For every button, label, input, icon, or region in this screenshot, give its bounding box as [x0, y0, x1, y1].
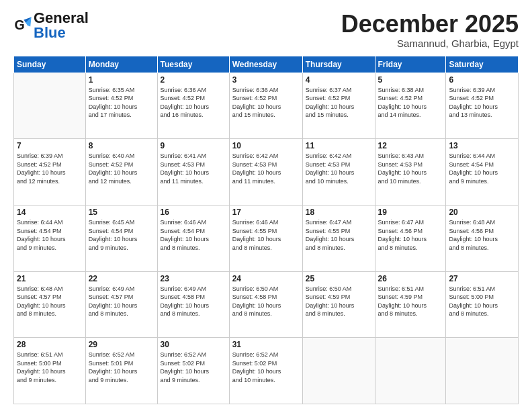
day-number: 31 [232, 340, 300, 349]
calendar-cell: 2Sunrise: 6:36 AM Sunset: 4:52 PM Daylig… [157, 73, 229, 139]
calendar-cell: 7Sunrise: 6:39 AM Sunset: 4:52 PM Daylig… [14, 139, 86, 205]
day-info: Sunrise: 6:51 AM Sunset: 5:00 PM Dayligh… [17, 351, 83, 384]
calendar-header-thursday: Thursday [302, 56, 375, 73]
calendar-week-0: 1Sunrise: 6:35 AM Sunset: 4:52 PM Daylig… [14, 73, 519, 139]
day-info: Sunrise: 6:49 AM Sunset: 4:57 PM Dayligh… [89, 285, 154, 318]
title-block: December 2025 Samannud, Gharbia, Egypt [341, 11, 519, 49]
calendar-cell: 23Sunrise: 6:49 AM Sunset: 4:58 PM Dayli… [157, 271, 229, 338]
logo-icon: G [13, 16, 32, 35]
calendar-cell: 1Sunrise: 6:35 AM Sunset: 4:52 PM Daylig… [85, 73, 157, 139]
calendar-cell: 15Sunrise: 6:45 AM Sunset: 4:54 PM Dayli… [85, 205, 157, 271]
day-info: Sunrise: 6:44 AM Sunset: 4:54 PM Dayligh… [449, 152, 515, 185]
calendar-header-friday: Friday [375, 56, 446, 73]
calendar-cell: 3Sunrise: 6:36 AM Sunset: 4:52 PM Daylig… [229, 73, 302, 139]
day-info: Sunrise: 6:48 AM Sunset: 4:56 PM Dayligh… [449, 218, 515, 252]
day-number: 19 [378, 208, 443, 217]
calendar-cell: 4Sunrise: 6:37 AM Sunset: 4:52 PM Daylig… [302, 73, 375, 139]
calendar-cell: 5Sunrise: 6:38 AM Sunset: 4:52 PM Daylig… [375, 73, 446, 139]
day-number: 8 [89, 141, 154, 150]
calendar-cell: 20Sunrise: 6:48 AM Sunset: 4:56 PM Dayli… [446, 205, 519, 271]
day-number: 24 [232, 274, 300, 283]
day-number: 21 [17, 274, 83, 283]
calendar-cell: 26Sunrise: 6:51 AM Sunset: 4:59 PM Dayli… [375, 271, 446, 338]
day-info: Sunrise: 6:42 AM Sunset: 4:53 PM Dayligh… [232, 152, 300, 185]
day-number: 25 [306, 274, 372, 283]
calendar-week-2: 14Sunrise: 6:44 AM Sunset: 4:54 PM Dayli… [14, 205, 519, 271]
day-info: Sunrise: 6:49 AM Sunset: 4:58 PM Dayligh… [161, 285, 226, 318]
calendar-cell: 18Sunrise: 6:47 AM Sunset: 4:55 PM Dayli… [302, 205, 375, 271]
header: G General Blue December 2025 Samannud, G… [13, 11, 519, 49]
day-info: Sunrise: 6:52 AM Sunset: 5:02 PM Dayligh… [232, 351, 300, 384]
day-info: Sunrise: 6:51 AM Sunset: 5:00 PM Dayligh… [449, 285, 515, 318]
calendar-cell: 9Sunrise: 6:41 AM Sunset: 4:53 PM Daylig… [157, 139, 229, 205]
calendar-cell: 24Sunrise: 6:50 AM Sunset: 4:58 PM Dayli… [229, 271, 302, 338]
day-number: 20 [449, 208, 515, 217]
calendar-cell: 25Sunrise: 6:50 AM Sunset: 4:59 PM Dayli… [302, 271, 375, 338]
calendar-header-sunday: Sunday [14, 56, 86, 73]
day-info: Sunrise: 6:50 AM Sunset: 4:59 PM Dayligh… [306, 285, 372, 318]
day-number: 14 [17, 208, 83, 217]
day-info: Sunrise: 6:40 AM Sunset: 4:52 PM Dayligh… [89, 152, 154, 185]
day-number: 15 [89, 208, 154, 217]
calendar-cell: 19Sunrise: 6:47 AM Sunset: 4:56 PM Dayli… [375, 205, 446, 271]
day-info: Sunrise: 6:39 AM Sunset: 4:52 PM Dayligh… [17, 152, 83, 185]
day-number: 28 [17, 340, 83, 349]
day-number: 5 [378, 75, 443, 85]
calendar-header-monday: Monday [85, 56, 157, 73]
calendar-cell: 8Sunrise: 6:40 AM Sunset: 4:52 PM Daylig… [85, 139, 157, 205]
day-info: Sunrise: 6:37 AM Sunset: 4:52 PM Dayligh… [306, 86, 372, 120]
calendar-header-wednesday: Wednesday [229, 56, 302, 73]
day-number: 12 [378, 141, 443, 150]
calendar-cell [375, 338, 446, 404]
day-number: 3 [232, 75, 300, 85]
calendar-table: SundayMondayTuesdayWednesdayThursdayFrid… [13, 56, 519, 404]
calendar-cell: 21Sunrise: 6:48 AM Sunset: 4:57 PM Dayli… [14, 271, 86, 338]
calendar-cell: 17Sunrise: 6:46 AM Sunset: 4:55 PM Dayli… [229, 205, 302, 271]
location: Samannud, Gharbia, Egypt [341, 38, 519, 49]
day-number: 13 [449, 141, 515, 150]
day-info: Sunrise: 6:52 AM Sunset: 5:01 PM Dayligh… [89, 351, 154, 384]
calendar-cell [14, 73, 86, 139]
day-info: Sunrise: 6:35 AM Sunset: 4:52 PM Dayligh… [89, 86, 154, 120]
calendar-cell: 28Sunrise: 6:51 AM Sunset: 5:00 PM Dayli… [14, 338, 86, 404]
logo: G General Blue [13, 11, 89, 40]
day-number: 4 [306, 75, 372, 85]
day-info: Sunrise: 6:50 AM Sunset: 4:58 PM Dayligh… [232, 285, 300, 318]
day-info: Sunrise: 6:47 AM Sunset: 4:55 PM Dayligh… [306, 218, 372, 252]
page: G General Blue December 2025 Samannud, G… [0, 0, 532, 411]
day-info: Sunrise: 6:46 AM Sunset: 4:54 PM Dayligh… [161, 218, 226, 252]
day-info: Sunrise: 6:38 AM Sunset: 4:52 PM Dayligh… [378, 86, 443, 120]
svg-text:G: G [14, 17, 24, 32]
day-info: Sunrise: 6:52 AM Sunset: 5:02 PM Dayligh… [161, 351, 226, 384]
calendar-header-saturday: Saturday [446, 56, 519, 73]
day-number: 27 [449, 274, 515, 283]
calendar-cell: 13Sunrise: 6:44 AM Sunset: 4:54 PM Dayli… [446, 139, 519, 205]
calendar-week-3: 21Sunrise: 6:48 AM Sunset: 4:57 PM Dayli… [14, 271, 519, 338]
day-number: 6 [449, 75, 515, 85]
logo-text: General Blue [34, 11, 89, 40]
day-number: 7 [17, 141, 83, 150]
calendar-cell: 12Sunrise: 6:43 AM Sunset: 4:53 PM Dayli… [375, 139, 446, 205]
day-number: 1 [89, 75, 154, 85]
calendar-week-1: 7Sunrise: 6:39 AM Sunset: 4:52 PM Daylig… [14, 139, 519, 205]
calendar-cell: 27Sunrise: 6:51 AM Sunset: 5:00 PM Dayli… [446, 271, 519, 338]
day-info: Sunrise: 6:51 AM Sunset: 4:59 PM Dayligh… [378, 285, 443, 318]
day-number: 16 [161, 208, 226, 217]
day-info: Sunrise: 6:36 AM Sunset: 4:52 PM Dayligh… [161, 86, 226, 120]
calendar-cell: 14Sunrise: 6:44 AM Sunset: 4:54 PM Dayli… [14, 205, 86, 271]
day-info: Sunrise: 6:41 AM Sunset: 4:53 PM Dayligh… [161, 152, 226, 185]
calendar-header-row: SundayMondayTuesdayWednesdayThursdayFrid… [14, 56, 519, 73]
day-info: Sunrise: 6:42 AM Sunset: 4:53 PM Dayligh… [306, 152, 372, 185]
calendar-week-4: 28Sunrise: 6:51 AM Sunset: 5:00 PM Dayli… [14, 338, 519, 404]
calendar-cell: 29Sunrise: 6:52 AM Sunset: 5:01 PM Dayli… [85, 338, 157, 404]
day-number: 18 [306, 208, 372, 217]
day-number: 26 [378, 274, 443, 283]
day-info: Sunrise: 6:45 AM Sunset: 4:54 PM Dayligh… [89, 218, 154, 252]
day-number: 9 [161, 141, 226, 150]
calendar-cell [446, 338, 519, 404]
month-title: December 2025 [341, 11, 519, 38]
day-info: Sunrise: 6:44 AM Sunset: 4:54 PM Dayligh… [17, 218, 83, 252]
day-number: 2 [161, 75, 226, 85]
calendar-cell: 11Sunrise: 6:42 AM Sunset: 4:53 PM Dayli… [302, 139, 375, 205]
day-number: 10 [232, 141, 300, 150]
